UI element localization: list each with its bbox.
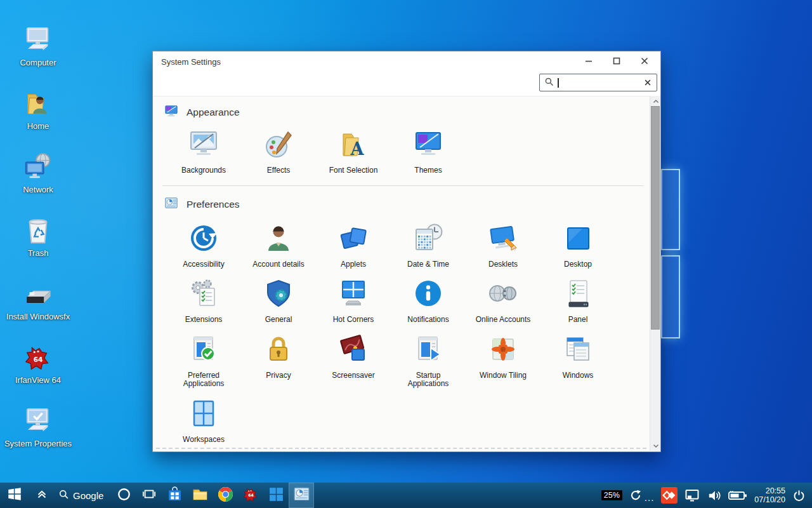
settings-item-label: Window Tiling — [473, 371, 534, 380]
settings-item-window-tiling[interactable]: Window Tiling — [466, 334, 540, 389]
chrome-button[interactable] — [213, 483, 238, 508]
preferred-applications-icon — [188, 334, 219, 367]
settings-item-themes[interactable]: Themes — [391, 129, 466, 175]
settings-item-accessibility[interactable]: Accessibility — [166, 223, 241, 269]
window-controls — [570, 54, 654, 70]
volume-icon[interactable] — [707, 488, 721, 503]
window-title: System Settings — [161, 57, 221, 67]
desktop-icon-label: Install Windowsfx — [6, 312, 70, 321]
file-explorer-button[interactable] — [187, 483, 213, 508]
desktop-icon-trash[interactable]: Trash — [0, 216, 76, 279]
taskbar-apps: Google64 — [0, 483, 314, 508]
settings-item-label: Extensions — [173, 316, 234, 324]
wallpaper-windows-logo — [661, 169, 680, 250]
scroll-down-button[interactable] — [651, 441, 660, 450]
scroll-up-button[interactable] — [651, 97, 660, 106]
desktop-icon-home[interactable]: Home — [0, 89, 76, 152]
anydesk-icon[interactable] — [661, 487, 678, 504]
desktop-icon-irfanview-64[interactable]: 64IrfanView 64 — [0, 343, 76, 406]
power-icon[interactable] — [792, 489, 806, 502]
general-icon — [263, 278, 294, 311]
settings-item-label: Backgrounds — [173, 166, 234, 175]
settings-item-preferred-applications[interactable]: Preferred Applications — [166, 334, 241, 389]
search-row — [153, 72, 660, 96]
desktop-icon-label: System Properties — [4, 439, 72, 448]
desktop-icon — [563, 223, 593, 256]
battery-percentage-badge[interactable]: 25% — [601, 490, 622, 500]
clock[interactable]: 20:55 07/10/20 — [754, 486, 785, 504]
system-settings-taskbar-button[interactable] — [289, 483, 314, 508]
settings-item-extensions[interactable]: Extensions — [166, 278, 241, 324]
settings-item-effects[interactable]: Effects — [241, 129, 316, 175]
settings-item-applets[interactable]: Applets — [316, 223, 391, 269]
desktop-icon-computer[interactable]: Computer — [0, 25, 76, 89]
clear-search-button[interactable] — [643, 78, 652, 87]
settings-item-workspaces[interactable]: Workspaces — [166, 398, 241, 444]
desktop-icon-label: IrfanView 64 — [15, 375, 61, 385]
chevron-up-button[interactable] — [29, 483, 55, 508]
chevron-up-icon — [36, 488, 48, 503]
backgrounds-icon — [188, 129, 219, 162]
store-button[interactable] — [162, 483, 187, 508]
cortana-icon — [117, 487, 131, 504]
settings-item-hot-corners[interactable]: Hot Corners — [316, 278, 391, 324]
settings-item-label: Privacy — [248, 371, 309, 380]
settings-item-label: Desklets — [473, 260, 534, 269]
settings-item-date-time[interactable]: Date & Time — [391, 223, 466, 269]
tray-overflow-dots[interactable]: ... — [645, 492, 655, 503]
settings-item-desktop[interactable]: Desktop — [540, 223, 615, 269]
close-icon — [639, 56, 650, 68]
settings-item-desklets[interactable]: Desklets — [466, 223, 540, 269]
settings-item-online-accounts[interactable]: Online Accounts — [466, 278, 540, 324]
search-input[interactable] — [539, 74, 657, 91]
settings-item-font-selection[interactable]: AFont Selection — [316, 129, 391, 175]
settings-item-label: Themes — [398, 166, 459, 175]
settings-item-windows[interactable]: Windows — [540, 334, 615, 389]
windowsfx-menu-button[interactable] — [263, 483, 289, 508]
settings-item-general[interactable]: General — [241, 278, 316, 324]
trash-icon — [23, 216, 53, 245]
desktop-icon-install-windowsfx[interactable]: Install Windowsfx — [0, 279, 76, 343]
start-button[interactable] — [0, 483, 29, 508]
start-icon — [6, 486, 23, 505]
appearance-section-icon — [164, 104, 178, 121]
task-view-icon — [142, 487, 156, 504]
settings-item-label: Windows — [547, 371, 608, 380]
desktop-icon-label: Home — [27, 121, 49, 131]
settings-item-account-details[interactable]: Account details — [241, 223, 316, 269]
taskbar-search[interactable]: Google — [55, 483, 111, 508]
section-title: Appearance — [187, 107, 240, 118]
irfanview-taskbar-button[interactable]: 64 — [238, 483, 263, 508]
settings-item-startup-applications[interactable]: Startup Applications — [391, 334, 466, 389]
settings-item-privacy[interactable]: Privacy — [241, 334, 316, 389]
cortana-button[interactable] — [111, 483, 136, 508]
taskbar: Google64 25% ... 20:55 07/10/20 — [0, 483, 812, 508]
window-titlebar[interactable]: System Settings — [153, 51, 660, 72]
battery-icon[interactable] — [728, 490, 747, 500]
desktop-icon-network[interactable]: Network — [0, 152, 76, 216]
maximize-button[interactable] — [607, 54, 626, 70]
settings-item-label: General — [248, 316, 309, 324]
sync-icon[interactable] — [629, 489, 642, 502]
settings-item-screensaver[interactable]: Screensaver — [316, 334, 391, 389]
section-header-appearance: Appearance — [153, 104, 650, 121]
svg-text:64: 64 — [34, 356, 43, 363]
windowsfx-icon — [268, 486, 284, 505]
desktop-icon-system-properties[interactable]: System Properties — [0, 406, 76, 470]
task-view-button[interactable] — [136, 483, 162, 508]
settings-item-label: Screensaver — [323, 371, 384, 380]
settings-item-backgrounds[interactable]: Backgrounds — [166, 129, 241, 175]
settings-item-label: Effects — [248, 166, 309, 175]
scrollbar[interactable] — [650, 96, 660, 451]
settings-item-notifications[interactable]: Notifications — [391, 278, 466, 324]
install-disk-icon — [23, 279, 53, 309]
system-properties-icon — [23, 406, 53, 436]
screensaver-icon — [338, 334, 369, 367]
settings-item-panel[interactable]: Panel — [540, 278, 615, 324]
workspaces-icon — [188, 398, 219, 431]
settings-item-label: Preferred Applications — [173, 371, 234, 389]
scrollbar-thumb[interactable] — [651, 106, 660, 330]
minimize-button[interactable] — [579, 54, 598, 70]
close-button[interactable] — [635, 54, 654, 70]
display-icon[interactable] — [684, 488, 700, 503]
